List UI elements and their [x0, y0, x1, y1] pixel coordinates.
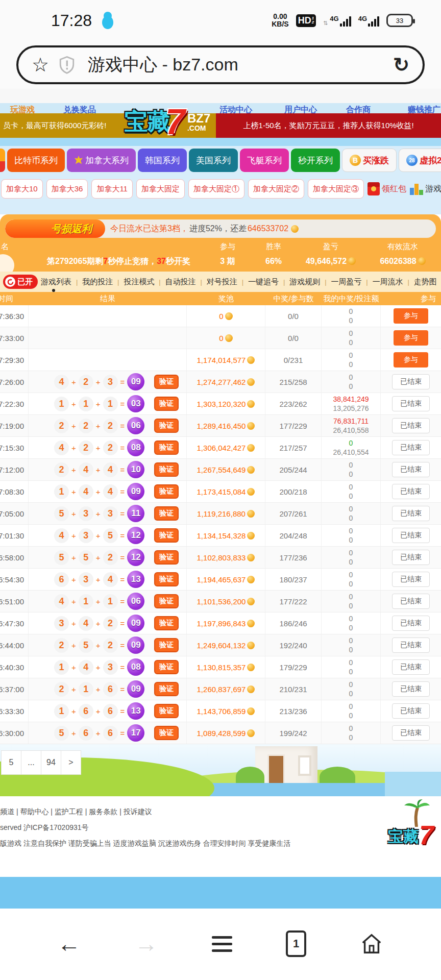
verify-button[interactable]: 验证	[154, 462, 179, 477]
finished-button[interactable]: 已结束	[392, 703, 430, 719]
room-tab[interactable]: 加拿大固定①	[188, 179, 244, 199]
refresh-icon[interactable]: ↻	[393, 54, 409, 76]
top-nav-item[interactable]: 赚钱推广	[408, 105, 440, 113]
finished-button[interactable]: 已结束	[392, 659, 430, 675]
top-nav-item[interactable]: 用户中心	[284, 105, 317, 113]
finished-button[interactable]: 已结束	[392, 572, 430, 587]
ball-28-icon: 28	[406, 155, 418, 166]
red-packet-link[interactable]: 领红包	[368, 182, 406, 195]
series-tab[interactable]: B买涨跌	[342, 149, 397, 172]
home-icon[interactable]	[360, 932, 383, 955]
menu-item[interactable]: 走势图	[414, 277, 437, 287]
verify-button[interactable]: 验证	[154, 484, 179, 499]
verify-button[interactable]: 验证	[154, 440, 179, 455]
finished-button[interactable]: 已结束	[392, 418, 430, 433]
top-nav-item[interactable]: 活动中心	[219, 105, 252, 113]
join-button[interactable]: 参与	[394, 308, 428, 324]
menu-item[interactable]: 投注模式	[124, 277, 154, 287]
series-tab[interactable]: 美国系列	[189, 149, 238, 172]
site-logo[interactable]: 宝藏 7 BZ7.COM	[125, 100, 210, 144]
room-tab[interactable]: 加拿大固定	[136, 179, 185, 199]
top-nav-item[interactable]: 合作商	[346, 105, 371, 113]
series-tab[interactable]: 飞艇系列	[240, 149, 289, 172]
ranking-link[interactable]: 游戏排行榜	[410, 183, 441, 195]
footer-links[interactable]: 频道 | 帮助中心 | 监护工程 | 服务条款 | 投诉建议	[0, 807, 441, 817]
room-tab[interactable]: 加拿大10	[1, 179, 43, 199]
page-button[interactable]: 94	[41, 750, 61, 775]
partial-tab[interactable]	[0, 149, 5, 172]
verify-button[interactable]: 验证	[154, 704, 179, 718]
finished-button[interactable]: 已结束	[392, 528, 430, 543]
menu-item[interactable]: 一周盈亏	[331, 277, 361, 287]
menu-item[interactable]: 一键追号	[248, 277, 279, 287]
verify-button[interactable]: 验证	[154, 594, 179, 608]
finished-button[interactable]: 已结束	[392, 484, 430, 499]
menu-item[interactable]: 游戏规则	[289, 277, 320, 287]
finished-button[interactable]: 已结束	[392, 616, 430, 631]
menu-item[interactable]: 对号投注	[207, 277, 237, 287]
result-digit: 5	[54, 550, 69, 565]
result-digit: 5	[79, 550, 93, 565]
page-button[interactable]: 5	[1, 750, 21, 775]
tabs-button[interactable]: 1	[286, 930, 306, 957]
finished-button[interactable]: 已结束	[392, 638, 430, 653]
verify-button[interactable]: 验证	[154, 572, 179, 586]
series-tab[interactable]: 28虚拟28	[399, 149, 441, 172]
finished-button[interactable]: 已结束	[392, 550, 430, 565]
back-icon[interactable]: ←	[58, 932, 81, 955]
pool-value: 1,194,465,637	[197, 575, 246, 584]
rebate-banner[interactable]: 号损返利 今日流水已达第3档， 进度52%，还差 646533702	[5, 219, 436, 238]
finished-button[interactable]: 已结束	[392, 725, 430, 741]
menu-item[interactable]: 一周流水	[373, 277, 403, 287]
verify-button[interactable]: 验证	[154, 419, 179, 433]
finished-button[interactable]: 已结束	[392, 506, 430, 521]
url-title[interactable]: 游戏中心 - bz7.com	[88, 53, 384, 77]
top-nav-item[interactable]: 兑换奖品	[63, 105, 96, 113]
series-tab[interactable]: 比特币系列	[7, 149, 65, 172]
verify-button[interactable]: 验证	[154, 682, 179, 696]
cell-action: 参与	[381, 349, 441, 371]
verify-button[interactable]: 验证	[154, 375, 179, 389]
finished-button[interactable]: 已结束	[392, 462, 430, 477]
verify-button[interactable]: 验证	[154, 528, 179, 543]
verify-button[interactable]: 验证	[154, 638, 179, 652]
bookmark-star-icon[interactable]: ☆	[32, 55, 49, 75]
verify-button[interactable]: 验证	[154, 726, 179, 740]
verify-button[interactable]: 验证	[154, 397, 179, 411]
game-status-open[interactable]: 已开	[3, 275, 38, 289]
verify-button[interactable]: 验证	[154, 660, 179, 674]
room-tab[interactable]: 加拿大11	[91, 179, 133, 199]
menu-icon[interactable]	[212, 936, 232, 952]
sum-ball: 06	[127, 593, 144, 610]
next-page-button[interactable]: >	[61, 750, 81, 775]
room-tab[interactable]: 加拿大固定③	[308, 179, 364, 199]
forward-icon[interactable]: →	[135, 932, 158, 955]
my-bet-value: 0	[349, 557, 353, 567]
join-button[interactable]: 参与	[394, 352, 428, 368]
finished-button[interactable]: 已结束	[392, 374, 430, 389]
page-button[interactable]: ...	[21, 750, 41, 775]
verify-button[interactable]: 验证	[154, 616, 179, 630]
cell-ratio: 200/218	[265, 481, 322, 502]
plus-sign: +	[96, 729, 101, 738]
room-tab[interactable]: 加拿大36	[46, 179, 88, 199]
finished-button[interactable]: 已结束	[392, 396, 430, 411]
series-tab[interactable]: 加拿大系列	[67, 149, 136, 172]
join-button[interactable]: 参与	[394, 330, 428, 346]
menu-item[interactable]: 我的投注	[82, 277, 113, 287]
menu-item[interactable]: 游戏列表	[41, 277, 71, 287]
finished-button[interactable]: 已结束	[392, 440, 430, 455]
top-nav-item[interactable]: 玩游戏	[10, 105, 35, 113]
site-security-shield-icon[interactable]	[58, 55, 76, 75]
verify-button[interactable]: 验证	[154, 506, 179, 521]
cell-time: 6:30:00	[0, 722, 29, 744]
menu-item[interactable]: 自动投注	[165, 277, 196, 287]
finished-button[interactable]: 已结束	[392, 594, 430, 609]
address-bar[interactable]: ☆ 游戏中心 - bz7.com ↻	[16, 45, 425, 84]
verify-button[interactable]: 验证	[154, 550, 179, 565]
sum-ball: 06	[127, 417, 144, 434]
series-tab[interactable]: 韩国系列	[138, 149, 187, 172]
room-tab[interactable]: 加拿大固定②	[248, 179, 304, 199]
finished-button[interactable]: 已结束	[392, 681, 430, 697]
series-tab[interactable]: 秒开系列	[291, 149, 340, 172]
